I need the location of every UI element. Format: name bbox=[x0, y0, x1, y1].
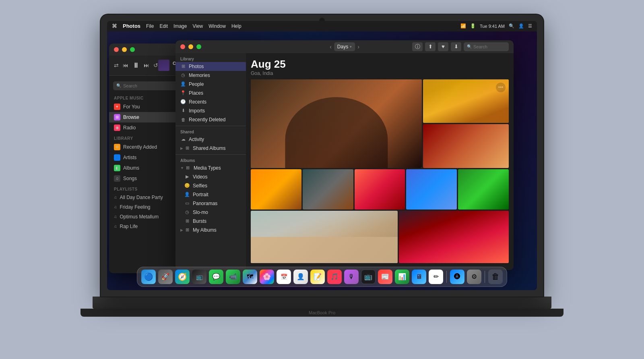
photo-man-yellow[interactable]: ••• bbox=[423, 79, 509, 123]
minimize-button[interactable] bbox=[122, 47, 127, 52]
info-button[interactable]: ⓘ bbox=[412, 42, 423, 51]
dock-app-store[interactable]: 🅐 bbox=[450, 270, 464, 284]
sidebar-item-rap-life[interactable]: ♫ Rap Life bbox=[109, 222, 185, 231]
pause-button[interactable]: ⏸ bbox=[132, 61, 140, 70]
dock-launchpad[interactable]: 🚀 bbox=[158, 270, 173, 284]
photo-colorful-3[interactable] bbox=[355, 169, 405, 210]
photos-nav-portrait[interactable]: 👤 Portrait bbox=[175, 190, 246, 199]
apple-menu[interactable]: ⌘ bbox=[112, 23, 117, 29]
photos-maximize[interactable] bbox=[196, 44, 201, 49]
photo-colorful-4[interactable] bbox=[406, 169, 457, 210]
dock-maps[interactable]: 🗺 bbox=[243, 270, 257, 284]
dock-numbers[interactable]: 📊 bbox=[395, 270, 409, 284]
sidebar-item-optimus-metallum[interactable]: ♫ Optimus Metallum bbox=[109, 212, 185, 222]
sidebar-item-radio[interactable]: ◉ Radio bbox=[109, 122, 185, 133]
photos-nav-bursts[interactable]: ⊞ Bursts bbox=[175, 217, 246, 226]
photos-nav-media-types[interactable]: ▼ ⊞ Media Types bbox=[175, 164, 246, 172]
menubar-edit[interactable]: Edit bbox=[159, 23, 168, 29]
photos-nav-slo-mo[interactable]: ◷ Slo-mo bbox=[175, 208, 246, 217]
photo-woman-red[interactable] bbox=[399, 211, 509, 263]
sidebar-item-recently-added[interactable]: ⊞ Recently Added bbox=[109, 142, 185, 152]
music-search-bar[interactable]: 🔍 bbox=[113, 81, 181, 90]
close-button[interactable] bbox=[114, 47, 119, 52]
shuffle-button[interactable]: ⇄ bbox=[114, 62, 119, 68]
menubar-image[interactable]: Image bbox=[173, 23, 187, 29]
dock-facetime[interactable]: 📹 bbox=[226, 270, 240, 284]
dock-podcasts[interactable]: 🎙 bbox=[344, 270, 359, 284]
apple-tv-icon: 📺 bbox=[364, 273, 372, 280]
photo-woman-sari[interactable] bbox=[423, 124, 509, 168]
sidebar-item-for-you[interactable]: ♥ For You bbox=[109, 102, 185, 112]
dock-news[interactable]: 📰 bbox=[378, 270, 392, 284]
date-header: Aug 25 Goa, India bbox=[251, 58, 509, 76]
photos-nav-my-albums[interactable]: ▶ ⊞ My Albums bbox=[175, 226, 246, 234]
photos-nav-places[interactable]: 📍 Places bbox=[175, 89, 246, 98]
dock-screen-time[interactable]: 📺 bbox=[192, 270, 206, 284]
photos-nav-photos[interactable]: ⊞ Photos bbox=[175, 62, 246, 71]
dock-keynote[interactable]: 🖥 bbox=[412, 270, 426, 284]
photos-minimize[interactable] bbox=[188, 44, 193, 49]
dock-system-prefs[interactable]: ⚙ bbox=[467, 270, 481, 284]
photos-nav-next[interactable]: › bbox=[357, 44, 359, 50]
dock-contacts[interactable]: 👤 bbox=[293, 270, 308, 284]
photos-nav-activity[interactable]: ☁ Activity bbox=[175, 135, 246, 144]
menu-icon[interactable]: ☰ bbox=[528, 23, 532, 29]
photos-nav-shared-albums[interactable]: ▶ ⊞ Shared Albums bbox=[175, 144, 246, 153]
menubar-window[interactable]: Window bbox=[208, 23, 226, 29]
next-button[interactable]: ⏭ bbox=[144, 62, 149, 68]
dock-messages[interactable]: 💬 bbox=[209, 270, 223, 284]
photos-search-input[interactable] bbox=[473, 44, 506, 49]
photos-close[interactable] bbox=[180, 44, 185, 49]
dock-photos[interactable]: 🌸 bbox=[260, 270, 274, 284]
dock-notes[interactable]: 📝 bbox=[310, 270, 325, 284]
heart-button[interactable]: ♥ bbox=[438, 42, 448, 51]
photos-nav-memories[interactable]: ◷ Memories bbox=[175, 71, 246, 80]
dock-finder[interactable]: 🔵 bbox=[141, 270, 156, 284]
share-button[interactable]: ⬆ bbox=[425, 42, 436, 51]
dock-apple-tv[interactable]: 📺 bbox=[361, 270, 376, 284]
photo-monument[interactable] bbox=[251, 211, 398, 263]
menubar-help[interactable]: Help bbox=[231, 23, 242, 29]
maximize-button[interactable] bbox=[130, 47, 135, 52]
photo-colorful-1[interactable] bbox=[251, 169, 301, 210]
days-selector[interactable]: Days ▾ bbox=[334, 42, 355, 51]
sidebar-item-friday-feeling[interactable]: ♫ Friday Feeling bbox=[109, 202, 185, 212]
clock: Tue 9:41 AM bbox=[480, 24, 505, 29]
sidebar-item-songs[interactable]: ♫ Songs bbox=[109, 173, 185, 184]
photos-nav-recently-deleted[interactable]: 🗑 Recently Deleted bbox=[175, 115, 246, 124]
sidebar-item-all-day-dance-party[interactable]: ♫ All Day Dance Party bbox=[109, 193, 185, 202]
screen-time-icon: 📺 bbox=[196, 274, 203, 280]
menubar-file[interactable]: File bbox=[146, 23, 154, 29]
sidebar-item-artists[interactable]: 👤 Artists bbox=[109, 152, 185, 163]
menubar-view[interactable]: View bbox=[192, 23, 203, 29]
photo-main-woman[interactable] bbox=[251, 79, 422, 168]
sidebar-item-albums[interactable]: ◧ Albums bbox=[109, 163, 185, 173]
monument-base bbox=[251, 237, 398, 263]
notes-icon: 📝 bbox=[314, 273, 322, 280]
photo-colorful-2[interactable] bbox=[303, 169, 353, 210]
prev-button[interactable]: ⏮ bbox=[123, 62, 128, 68]
repeat-button[interactable]: ↺ bbox=[153, 62, 158, 68]
dock-calendar[interactable]: 📅 bbox=[277, 270, 291, 284]
search-icon[interactable]: 🔍 bbox=[509, 23, 514, 29]
recently-added-label: Recently Added bbox=[123, 144, 157, 150]
photo-colorful-5[interactable] bbox=[458, 169, 509, 210]
music-search-input[interactable] bbox=[123, 83, 178, 88]
user-icon[interactable]: 👤 bbox=[518, 23, 524, 29]
photos-nav-selfies[interactable]: 😊 Selfies bbox=[175, 181, 246, 190]
photos-nav-prev[interactable]: ‹ bbox=[330, 44, 332, 50]
photos-nav-imports[interactable]: ⬇ Imports bbox=[175, 106, 246, 115]
photos-nav-people[interactable]: 👤 People bbox=[175, 80, 246, 89]
expand-arrow: ▶ bbox=[180, 146, 183, 150]
dock-music[interactable]: 🎵 bbox=[327, 270, 342, 284]
dock-trash[interactable]: 🗑 bbox=[488, 270, 503, 284]
dock-safari[interactable]: 🧭 bbox=[175, 270, 190, 284]
photos-nav-panoramas[interactable]: ▭ Panoramas bbox=[175, 199, 246, 208]
dock-freeform[interactable]: ✏ bbox=[429, 270, 443, 284]
menubar-app-name[interactable]: Photos bbox=[123, 23, 140, 29]
photos-nav-recents[interactable]: 🕐 Recents bbox=[175, 98, 246, 106]
photos-nav-videos[interactable]: ▶ Videos bbox=[175, 172, 246, 181]
all-day-dance-party-label: All Day Dance Party bbox=[120, 195, 163, 200]
sidebar-item-browse[interactable]: ⊞ Browse bbox=[109, 112, 185, 122]
download-button[interactable]: ⬇ bbox=[451, 42, 461, 51]
